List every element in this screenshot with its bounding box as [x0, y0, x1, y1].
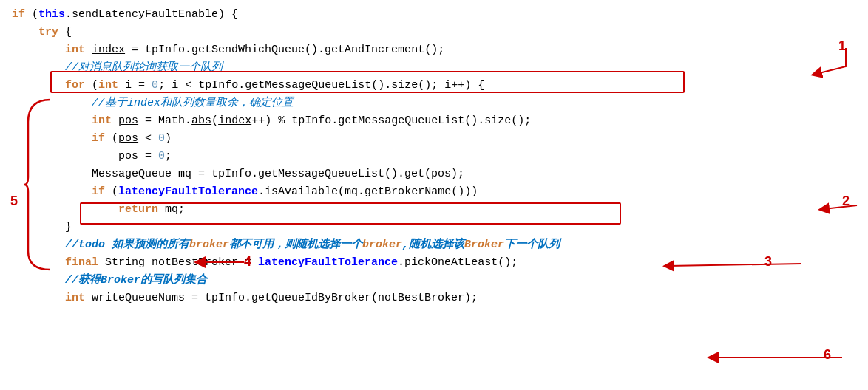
code-line-17: int writeQueueNums = tpInfo.getQueueIdBy…: [12, 290, 856, 307]
code-text: .isAvailable(mq.getBrokerName())): [258, 183, 478, 201]
annotation-6: 6: [824, 344, 831, 366]
code-text: ;: [165, 148, 172, 165]
var-index2: index: [218, 112, 251, 130]
indent: [12, 201, 118, 219]
code-line-6: //基于index和队列数量取余，确定位置: [12, 95, 856, 112]
code-text: [118, 77, 125, 95]
var-index: index: [92, 41, 125, 59]
code-line-1: if (this.sendLatencyFaultEnable) {: [12, 6, 856, 24]
annotation-5: 5: [10, 191, 18, 212]
code-text: (: [105, 183, 118, 201]
keyword-if2: if: [92, 130, 105, 148]
code-line-2: try {: [12, 24, 856, 41]
comment-queue: //对消息队列轮询获取一个队列: [65, 59, 223, 77]
comment-broker-write: //获得Broker的写队列集合: [65, 272, 207, 290]
indent: [12, 77, 65, 95]
code-text: <: [138, 130, 158, 148]
code-text: .sendLatencyFaultEnable) {: [65, 6, 238, 24]
code-text: (: [85, 77, 98, 95]
var-pos2: pos: [118, 130, 138, 148]
var-pos3: pos: [118, 148, 138, 165]
keyword-int: int: [65, 41, 85, 59]
code-text: [85, 41, 92, 59]
annotation-2: 2: [842, 191, 850, 212]
keyword-if3: if: [92, 183, 105, 201]
num-0c: 0: [158, 148, 165, 165]
num-0b: 0: [158, 130, 165, 148]
var-i2: i: [172, 77, 178, 95]
code-text: ;: [158, 77, 172, 95]
annotation-1: 1: [838, 35, 846, 57]
code-text: (: [211, 112, 218, 130]
code-line-14: //todo 如果预测的所有broker都不可用，则随机选择一个broker,随…: [12, 236, 856, 254]
code-line-3: int index = tpInfo.getSendWhichQueue().g…: [12, 41, 856, 59]
method-abs: abs: [191, 112, 211, 130]
indent: [12, 219, 65, 236]
close-brace: }: [65, 219, 72, 236]
code-line-13: }: [12, 219, 856, 236]
code-text: String notBestBroker =: [98, 254, 258, 272]
latency-fault: latencyFaultTolerance: [118, 183, 258, 201]
code-text: ++) % tpInfo.getMessageQueueList().size(…: [251, 112, 531, 130]
indent: [12, 272, 65, 290]
indent: [12, 254, 65, 272]
code-text: = tpInfo.getSendWhichQueue().getAndIncre…: [125, 41, 444, 59]
var-pos: pos: [118, 112, 138, 130]
code-text: mq;: [158, 201, 185, 219]
keyword-this: this: [38, 6, 65, 24]
code-line-12: return mq;: [12, 201, 856, 219]
keyword-if: if: [12, 6, 25, 24]
code-line-11: if (latencyFaultTolerance.isAvailable(mq…: [12, 183, 856, 201]
annotation-3: 3: [764, 251, 772, 273]
indent: [12, 24, 38, 41]
indent: [12, 41, 65, 59]
indent: [12, 183, 92, 201]
indent: [12, 290, 65, 307]
code-text: = Math.: [138, 112, 191, 130]
code-text: ): [165, 130, 172, 148]
comment-index: //基于index和队列数量取余，确定位置: [92, 95, 294, 112]
indent: [12, 130, 92, 148]
keyword-int2: int: [98, 77, 118, 95]
keyword-return: return: [118, 201, 158, 219]
code-text: (: [105, 130, 118, 148]
code-line-4: //对消息队列轮询获取一个队列: [12, 59, 856, 77]
code-text: .pickOneAtLeast();: [398, 254, 518, 272]
code-text: {: [58, 24, 72, 41]
code-line-5: for (int i = 0; i < tpInfo.getMessageQue…: [12, 77, 856, 95]
code-line-10: MessageQueue mq = tpInfo.getMessageQueue…: [12, 165, 856, 183]
code-line-9: pos = 0;: [12, 148, 856, 165]
num-0: 0: [152, 77, 158, 95]
code-text: MessageQueue mq = tpInfo.getMessageQueue…: [92, 165, 464, 183]
comment-todo: //todo 如果预测的所有broker都不可用，则随机选择一个broker,随…: [65, 236, 560, 254]
code-text: (: [25, 6, 38, 24]
indent: [12, 59, 65, 77]
code-line-8: if (pos < 0): [12, 130, 856, 148]
indent: [12, 112, 92, 130]
code-line-16: //获得Broker的写队列集合: [12, 272, 856, 290]
code-text: writeQueueNums = tpInfo.getQueueIdByBrok…: [85, 290, 478, 307]
arrow-6: [705, 349, 853, 367]
code-text: < tpInfo.getMessageQueueList().size(); i…: [178, 77, 484, 95]
code-line-7: int pos = Math.abs(index++) % tpInfo.get…: [12, 112, 856, 130]
code-editor: if (this.sendLatencyFaultEnable) { try {…: [0, 0, 868, 390]
indent: [12, 165, 92, 183]
keyword-int3: int: [92, 112, 112, 130]
indent: [12, 148, 118, 165]
indent: [12, 95, 92, 112]
keyword-try: try: [38, 24, 58, 41]
latency-fault2: latencyFaultTolerance: [258, 254, 398, 272]
keyword-int4: int: [65, 290, 85, 307]
indent: [12, 236, 65, 254]
code-text: =: [132, 77, 152, 95]
keyword-for: for: [65, 77, 85, 95]
code-text: =: [138, 148, 158, 165]
keyword-final: final: [65, 254, 98, 272]
code-text: [112, 112, 118, 130]
annotation-4: 4: [244, 251, 251, 273]
var-i: i: [125, 77, 132, 95]
code-line-15: final String notBestBroker = latencyFaul…: [12, 254, 856, 272]
